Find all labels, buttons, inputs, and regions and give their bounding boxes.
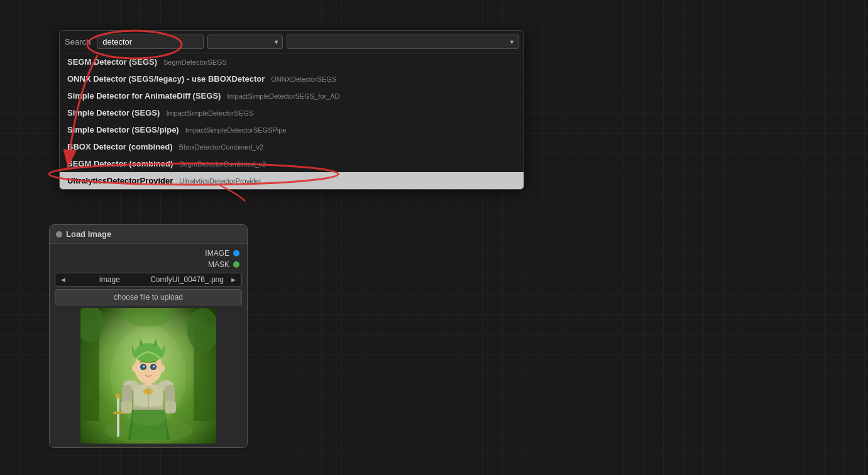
- detector-list-item[interactable]: ONNX Detector (SEGS/legacy) - use BBOXDe…: [60, 70, 524, 87]
- detector-list-item[interactable]: Simple Detector (SEGS/pipe)ImpactSimpleD…: [60, 121, 524, 138]
- detector-item-code: ONNXDetectorSEGS: [271, 75, 336, 83]
- detector-item-name: Simple Detector (SEGS/pipe): [67, 125, 179, 134]
- detector-item-name: Simple Detector for AnimateDiff (SEGS): [67, 91, 221, 101]
- output-mask-label: MASK: [208, 260, 229, 269]
- search-label: Search: [65, 37, 93, 46]
- detector-list-item[interactable]: SEGM Detector (SEGS)SegmDetectorSEGS: [60, 53, 524, 70]
- svg-rect-23: [113, 412, 123, 414]
- node-header: Load Image: [50, 225, 247, 244]
- file-selector-row: ◄ image ComfyUI_00476_.png ►: [55, 273, 242, 287]
- output-image-label: IMAGE: [205, 249, 229, 258]
- output-image-dot: [233, 250, 239, 256]
- detector-item-code: UltralyticsDetectorProvider: [179, 177, 261, 185]
- detector-dropdown-panel: Search All ▼ All categories ▼ SEGM Detec…: [59, 30, 524, 190]
- output-image-row: IMAGE: [55, 248, 242, 259]
- detector-list-item[interactable]: Simple Detector for AnimateDiff (SEGS)Im…: [60, 87, 524, 104]
- detector-list-item[interactable]: BBOX Detector (combined)BboxDetectorComb…: [60, 138, 524, 155]
- file-value-label: ComfyUI_00476_.png: [148, 275, 226, 284]
- image-preview: [55, 308, 242, 444]
- svg-point-37: [111, 325, 186, 426]
- detector-item-name: Simple Detector (SEGS): [67, 108, 160, 117]
- detector-list-item[interactable]: SEGM Detector (combined)SegmDetectorComb…: [60, 155, 524, 172]
- node-title: Load Image: [66, 229, 111, 239]
- detector-item-code: ImpactSimpleDetectorSEGSPipe: [185, 126, 287, 134]
- output-mask-row: MASK: [55, 259, 242, 270]
- detector-item-code: BboxDetectorCombined_v2: [179, 143, 264, 151]
- upload-button[interactable]: choose file to upload: [55, 289, 242, 305]
- prev-file-button[interactable]: ◄: [55, 273, 71, 286]
- detector-item-name: ONNX Detector (SEGS/legacy) - use BBOXDe…: [67, 74, 265, 84]
- detector-list: SEGM Detector (SEGS)SegmDetectorSEGSONNX…: [60, 53, 524, 189]
- search-bar: Search All ▼ All categories ▼: [60, 31, 524, 53]
- file-name-label: image: [71, 275, 148, 284]
- node-body: IMAGE MASK ◄ image ComfyUI_00476_.png ► …: [50, 244, 247, 447]
- load-image-node: Load Image IMAGE MASK ◄ image ComfyUI_00…: [49, 224, 248, 448]
- node-status-dot: [56, 231, 62, 237]
- detector-item-name: SEGM Detector (combined): [67, 159, 173, 168]
- next-file-button[interactable]: ►: [226, 273, 241, 286]
- detector-list-item[interactable]: UltralyticsDetectorProviderUltralyticsDe…: [60, 172, 524, 189]
- detector-item-code: SegmDetectorCombined_v2: [179, 160, 266, 168]
- output-mask-dot: [233, 261, 239, 268]
- detector-item-code: SegmDetectorSEGS: [163, 58, 227, 66]
- category-dropdown-1[interactable]: All: [207, 35, 283, 49]
- category-dropdown-2[interactable]: All categories: [287, 35, 519, 49]
- detector-item-code: ImpactSimpleDetectorSEGS_for_AD: [227, 92, 339, 100]
- search-input[interactable]: [97, 35, 204, 49]
- detector-item-name: BBOX Detector (combined): [67, 142, 173, 151]
- detector-item-name: UltralyticsDetectorProvider: [67, 176, 173, 185]
- detector-item-name: SEGM Detector (SEGS): [67, 57, 157, 67]
- detector-list-item[interactable]: Simple Detector (SEGS)ImpactSimpleDetect…: [60, 104, 524, 121]
- detector-item-code: ImpactSimpleDetectorSEGS: [166, 109, 253, 117]
